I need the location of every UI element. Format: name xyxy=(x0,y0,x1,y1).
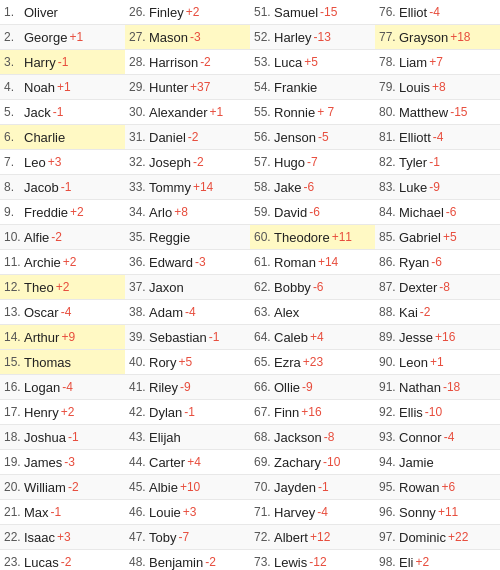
rank-number: 80. xyxy=(379,105,399,119)
entry-name: Joshua xyxy=(24,430,66,445)
entry-change: -3 xyxy=(190,30,201,44)
entry-name: William xyxy=(24,480,66,495)
entry-name: Louis xyxy=(399,80,430,95)
list-item: 3. Harry -1 xyxy=(0,50,125,75)
list-item: 43. Elijah xyxy=(125,425,250,450)
list-item: 20. William -2 xyxy=(0,475,125,500)
rank-number: 54. xyxy=(254,80,274,94)
list-item: 1. Oliver xyxy=(0,0,125,25)
rank-number: 87. xyxy=(379,280,399,294)
list-item: 9. Freddie +2 xyxy=(0,200,125,225)
entry-change: +3 xyxy=(183,505,197,519)
rank-number: 69. xyxy=(254,455,274,469)
list-item: 6. Charlie xyxy=(0,125,125,150)
list-item: 73. Lewis -12 xyxy=(250,550,375,570)
list-item: 30. Alexander +1 xyxy=(125,100,250,125)
rank-number: 14. xyxy=(4,330,24,344)
entry-change: -13 xyxy=(314,30,331,44)
entry-change: -6 xyxy=(313,280,324,294)
rank-number: 4. xyxy=(4,80,24,94)
entry-name: Luca xyxy=(274,55,302,70)
rank-number: 2. xyxy=(4,30,24,44)
list-item: 26. Finley +2 xyxy=(125,0,250,25)
entry-change: +2 xyxy=(70,205,84,219)
rank-number: 63. xyxy=(254,305,274,319)
rank-number: 83. xyxy=(379,180,399,194)
list-item: 13. Oscar -4 xyxy=(0,300,125,325)
rank-number: 45. xyxy=(129,480,149,494)
entry-name: Hunter xyxy=(149,80,188,95)
list-item: 76. Elliot -4 xyxy=(375,0,500,25)
rank-number: 31. xyxy=(129,130,149,144)
rank-number: 23. xyxy=(4,555,24,569)
list-item: 27. Mason -3 xyxy=(125,25,250,50)
list-item: 5. Jack -1 xyxy=(0,100,125,125)
rank-number: 43. xyxy=(129,430,149,444)
rank-number: 60. xyxy=(254,230,274,244)
rank-number: 1. xyxy=(4,5,24,19)
rank-number: 13. xyxy=(4,305,24,319)
entry-change: +11 xyxy=(332,230,352,244)
rank-number: 8. xyxy=(4,180,24,194)
entry-name: Nathan xyxy=(399,380,441,395)
entry-change: -7 xyxy=(307,155,318,169)
entry-name: Arlo xyxy=(149,205,172,220)
entry-name: Jenson xyxy=(274,130,316,145)
list-item: 66. Ollie -9 xyxy=(250,375,375,400)
rank-number: 88. xyxy=(379,305,399,319)
rank-number: 62. xyxy=(254,280,274,294)
entry-name: George xyxy=(24,30,67,45)
entry-change: +14 xyxy=(318,255,338,269)
entry-change: +3 xyxy=(57,530,71,544)
rank-number: 42. xyxy=(129,405,149,419)
entry-change: -9 xyxy=(429,180,440,194)
entry-name: Jamie xyxy=(399,455,434,470)
entry-name: Lucas xyxy=(24,555,59,570)
entry-name: Rowan xyxy=(399,480,439,495)
rank-number: 52. xyxy=(254,30,274,44)
entry-name: Henry xyxy=(24,405,59,420)
rank-number: 46. xyxy=(129,505,149,519)
entry-change: -10 xyxy=(323,455,340,469)
entry-name: Jesse xyxy=(399,330,433,345)
rank-number: 96. xyxy=(379,505,399,519)
entry-change: +4 xyxy=(310,330,324,344)
entry-change: -4 xyxy=(317,505,328,519)
entry-change: +11 xyxy=(438,505,458,519)
rank-number: 30. xyxy=(129,105,149,119)
list-item: 70. Jayden -1 xyxy=(250,475,375,500)
entry-change: -2 xyxy=(68,480,79,494)
entry-name: Rory xyxy=(149,355,176,370)
entry-name: Ollie xyxy=(274,380,300,395)
list-item: 18. Joshua -1 xyxy=(0,425,125,450)
entry-name: Reggie xyxy=(149,230,190,245)
rank-number: 90. xyxy=(379,355,399,369)
entry-name: Oscar xyxy=(24,305,59,320)
entry-name: Eli xyxy=(399,555,413,570)
rank-number: 47. xyxy=(129,530,149,544)
rank-number: 51. xyxy=(254,5,274,19)
entry-change: -6 xyxy=(309,205,320,219)
entry-change: -5 xyxy=(318,130,329,144)
rank-number: 15. xyxy=(4,355,24,369)
rank-number: 9. xyxy=(4,205,24,219)
entry-change: +6 xyxy=(441,480,455,494)
entry-name: Matthew xyxy=(399,105,448,120)
rank-number: 48. xyxy=(129,555,149,569)
entry-name: Ryan xyxy=(399,255,429,270)
entry-change: -15 xyxy=(450,105,467,119)
entry-name: Edward xyxy=(149,255,193,270)
entry-change: -4 xyxy=(433,130,444,144)
entry-name: Jacob xyxy=(24,180,59,195)
entry-name: Samuel xyxy=(274,5,318,20)
entry-change: -8 xyxy=(324,430,335,444)
list-item: 22. Isaac +3 xyxy=(0,525,125,550)
entry-name: Harry xyxy=(24,55,56,70)
entry-change: +22 xyxy=(448,530,468,544)
entry-name: Zachary xyxy=(274,455,321,470)
rank-number: 12. xyxy=(4,280,24,294)
list-item: 68. Jackson -8 xyxy=(250,425,375,450)
entry-change: -6 xyxy=(446,205,457,219)
entry-name: Sebastian xyxy=(149,330,207,345)
list-item: 81. Elliott -4 xyxy=(375,125,500,150)
